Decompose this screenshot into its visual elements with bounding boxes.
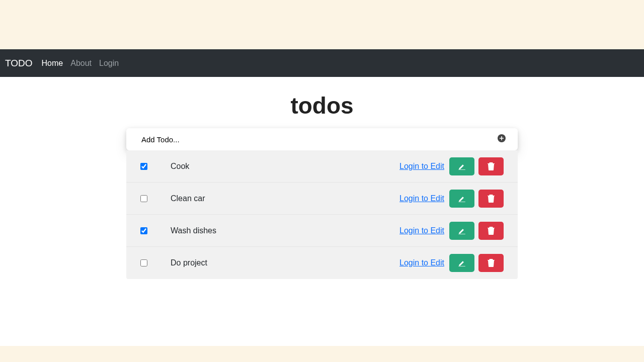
nav-home[interactable]: Home [42,59,63,68]
trash-icon [488,227,495,235]
actions-col: Login to Edit [399,254,504,272]
edit-button[interactable] [449,254,474,272]
login-to-edit-link[interactable]: Login to Edit [399,162,444,171]
delete-button[interactable] [478,157,504,175]
add-row [126,128,518,150]
brand[interactable]: TODO [5,58,33,69]
check-col [140,259,171,266]
trash-icon [488,259,495,267]
trash-icon [488,162,495,170]
todo-label: Cook [171,162,399,171]
actions-col: Login to Edit [399,222,504,240]
delete-button[interactable] [478,190,504,208]
delete-button[interactable] [478,254,504,272]
todo-label: Clean car [171,194,399,203]
login-to-edit-link[interactable]: Login to Edit [399,226,444,235]
check-col [140,227,171,234]
add-input[interactable] [141,135,498,144]
page-title: todos [290,92,353,119]
edit-button[interactable] [449,190,474,208]
todo-row: Clean car Login to Edit [126,183,518,215]
todo-label: Wash dishes [171,226,399,235]
check-col [140,195,171,202]
edit-button[interactable] [449,222,474,240]
navbar: TODO Home About Login [0,49,644,77]
add-icon[interactable] [498,134,506,144]
actions-col: Login to Edit [399,190,504,208]
trash-icon [488,195,495,203]
content: todos Cook Login to Edit [0,77,644,346]
todo-row: Wash dishes Login to Edit [126,215,518,247]
pencil-icon [457,226,466,235]
todo-label: Do project [171,258,399,267]
todo-checkbox[interactable] [140,163,147,170]
bottom-band [0,346,644,362]
todo-row: Cook Login to Edit [126,150,518,183]
todo-container: Cook Login to Edit Clean car Lo [126,128,518,279]
login-to-edit-link[interactable]: Login to Edit [399,194,444,203]
pencil-icon [457,194,466,203]
todo-list: Cook Login to Edit Clean car Lo [126,150,518,279]
nav-links: Home About Login [42,59,119,68]
check-col [140,163,171,170]
nav-login[interactable]: Login [99,59,119,68]
todo-row: Do project Login to Edit [126,247,518,279]
delete-button[interactable] [478,222,504,240]
top-band [0,0,644,49]
nav-about[interactable]: About [70,59,92,68]
todo-checkbox[interactable] [140,227,147,234]
pencil-icon [457,162,466,171]
edit-button[interactable] [449,157,474,175]
actions-col: Login to Edit [399,157,504,175]
todo-checkbox[interactable] [140,195,147,202]
pencil-icon [457,258,466,267]
todo-checkbox[interactable] [140,259,147,266]
login-to-edit-link[interactable]: Login to Edit [399,258,444,267]
